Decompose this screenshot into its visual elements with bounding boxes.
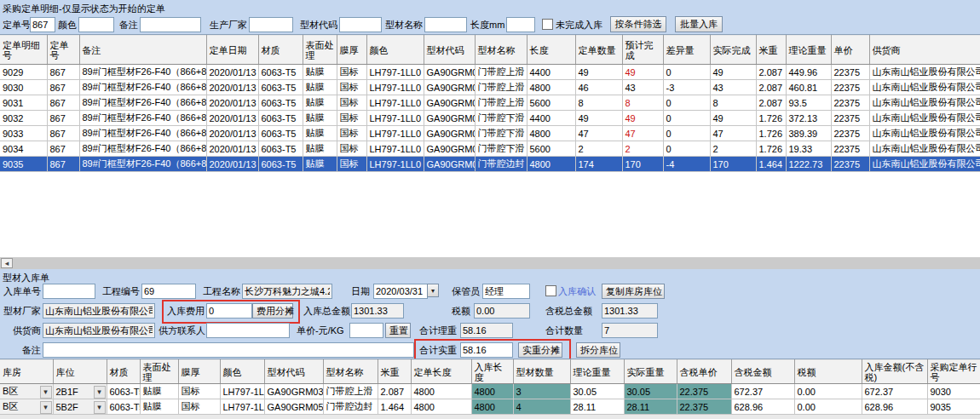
cell[interactable]: 6063-T5 [107, 399, 140, 415]
cell[interactable]: 93.5 [786, 95, 831, 111]
cell[interactable]: 0 [663, 141, 710, 157]
cell[interactable]: 460.81 [786, 80, 831, 95]
cell[interactable]: 22.375 [677, 399, 731, 415]
cell[interactable]: GA90GRM04 [424, 126, 475, 141]
cell[interactable]: 2B1F▾ [53, 384, 107, 399]
cell[interactable]: 贴膜 [303, 157, 337, 172]
cell[interactable]: 2020/01/13 [206, 157, 258, 172]
cell[interactable]: 89#门框型材F26-F40（866+867） [79, 157, 206, 172]
cell[interactable]: 门带腔下滑 [475, 126, 527, 141]
cell[interactable]: 国标 [337, 65, 366, 80]
cell[interactable]: 0 [663, 111, 710, 126]
filter-length-input[interactable] [506, 17, 535, 32]
horizontal-scrollbar[interactable]: ◂ [0, 257, 980, 269]
cell[interactable]: LH797-1LL0 [366, 80, 424, 95]
cell[interactable]: 国标 [337, 141, 366, 157]
column-header[interactable]: 膜厚 [178, 360, 220, 384]
column-header[interactable]: 型材名称 [475, 36, 527, 65]
table-row[interactable]: 903486789#门框型材F26-F40（866+867）2020/01/13… [0, 141, 980, 157]
cell[interactable]: 28.11 [570, 399, 624, 415]
cell[interactable]: 672.37 [731, 384, 794, 399]
cell[interactable]: 43 [710, 80, 756, 95]
cell[interactable]: 22375 [831, 126, 869, 141]
column-header[interactable]: 长度 [527, 36, 575, 65]
keeper-input[interactable] [482, 284, 530, 299]
cell[interactable]: 0.00 [794, 399, 862, 415]
cell[interactable]: 49 [710, 65, 756, 80]
cell[interactable]: -4 [663, 157, 710, 172]
supplier-contact-input[interactable] [206, 323, 290, 338]
cell[interactable]: 6063-T5 [258, 65, 303, 80]
cell[interactable]: 22375 [831, 157, 869, 172]
cell[interactable]: 山东南山铝业股份有限公司 [869, 111, 980, 126]
cell[interactable]: 43 [622, 80, 663, 95]
cell[interactable]: LH797-1LL0 [366, 157, 424, 172]
table-row[interactable]: 903386789#门框型材F26-F40（866+867）2020/01/13… [0, 126, 980, 141]
cell[interactable]: 门带腔下滑 [475, 111, 527, 126]
column-header[interactable]: 米重 [756, 36, 786, 65]
cell[interactable]: 门带腔边封 [475, 157, 527, 172]
cell[interactable]: 47 [710, 126, 756, 141]
supplier-input[interactable] [43, 323, 155, 338]
table-row[interactable]: 903286789#门框型材F26-F40（866+867）2020/01/13… [0, 111, 980, 126]
unfinished-checkbox[interactable] [542, 19, 553, 30]
cell[interactable]: 22375 [831, 65, 869, 80]
cell[interactable]: 22375 [831, 80, 869, 95]
tax-input[interactable] [474, 303, 530, 319]
cell[interactable]: 贴膜 [303, 111, 337, 126]
cell[interactable]: 4800 [411, 399, 471, 415]
cell[interactable]: 22375 [831, 141, 869, 157]
cell[interactable]: 4800 [527, 126, 575, 141]
column-header[interactable]: 库位 [53, 360, 107, 384]
cell[interactable]: 2020/01/13 [206, 80, 258, 95]
cell[interactable]: GA90GRM03 [424, 80, 475, 95]
cell[interactable]: 628.96 [731, 399, 794, 415]
cell[interactable]: 46 [575, 80, 622, 95]
cell[interactable]: 89#门框型材F26-F40（866+867） [79, 126, 206, 141]
table-row[interactable]: 903186789#门框型材F26-F40（866+867）2020/01/13… [0, 95, 980, 111]
cell[interactable]: 2.087 [756, 65, 786, 80]
cell[interactable]: 门带腔上滑 [475, 95, 527, 111]
cell[interactable]: 867 [47, 80, 79, 95]
table-row[interactable]: 903586789#门框型材F26-F40（866+867）2020/01/13… [0, 157, 980, 172]
column-header[interactable]: 表面处理 [140, 360, 178, 384]
filter-profile-name-input[interactable] [424, 17, 467, 32]
column-header[interactable]: 入库金额(不含税) [862, 360, 927, 384]
cell[interactable]: 1.464 [756, 157, 786, 172]
cell[interactable]: 6063-T5 [258, 80, 303, 95]
cell[interactable]: GA90GRM03 [424, 65, 475, 80]
cell[interactable]: 4400 [527, 111, 575, 126]
cell[interactable]: 30.05 [570, 384, 624, 399]
column-header[interactable]: 差异量 [663, 36, 710, 65]
cell[interactable]: 9029 [0, 65, 47, 80]
cell[interactable]: 2 [622, 141, 663, 157]
cell[interactable]: 867 [47, 95, 79, 111]
cell[interactable]: 0.00 [794, 384, 862, 399]
cell[interactable]: 国标 [178, 399, 220, 415]
cell[interactable]: 门带腔上滑 [475, 65, 527, 80]
column-header[interactable]: 预计完成 [622, 36, 663, 65]
cell[interactable]: 门带腔边封 [323, 399, 378, 415]
filter-manufacturer-input[interactable] [249, 17, 293, 32]
cell[interactable]: 门带腔上滑 [323, 384, 378, 399]
cell[interactable]: 贴膜 [303, 126, 337, 141]
cell[interactable]: 8 [622, 95, 663, 111]
cell[interactable]: 贴膜 [303, 80, 337, 95]
factory-input[interactable] [43, 303, 155, 319]
note-input[interactable] [43, 342, 414, 358]
column-header[interactable]: 型材代码 [424, 36, 475, 65]
cell[interactable]: 6063-T5 [258, 95, 303, 111]
cell[interactable]: 1.726 [756, 141, 786, 157]
cell[interactable]: 贴膜 [303, 95, 337, 111]
cell[interactable]: LH797-1LL0 [220, 399, 264, 415]
tax-total-input[interactable] [602, 303, 658, 319]
cell[interactable]: 门带腔上滑 [475, 80, 527, 95]
cell[interactable]: 2020/01/13 [206, 65, 258, 80]
column-header[interactable]: 型材数量 [513, 360, 570, 384]
cell[interactable]: 867 [47, 141, 79, 157]
filter-color-input[interactable] [78, 17, 114, 32]
cell[interactable]: 4400 [527, 65, 575, 80]
column-header[interactable]: 库房 [0, 360, 53, 384]
cell[interactable]: 867 [47, 157, 79, 172]
cell[interactable]: 国标 [337, 157, 366, 172]
